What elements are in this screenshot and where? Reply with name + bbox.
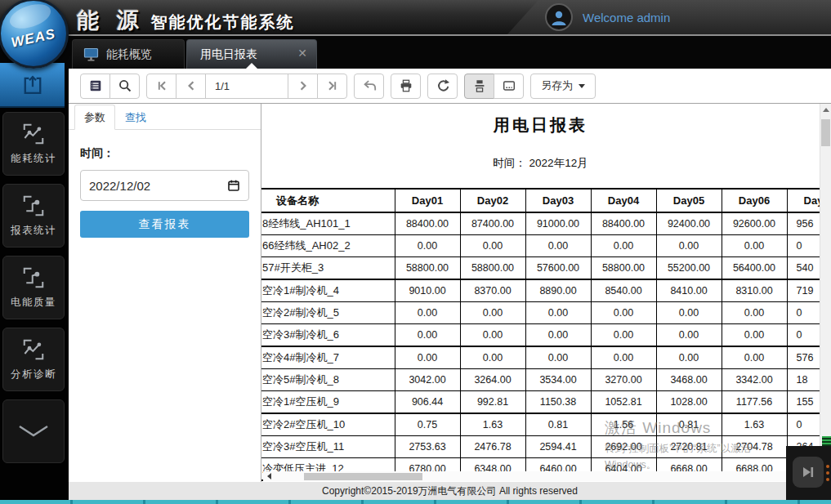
value-cell: 3342.00 bbox=[722, 369, 787, 391]
print-button[interactable] bbox=[391, 74, 421, 99]
value-cell: 540 bbox=[787, 257, 820, 280]
tab-parameters[interactable]: 参数 bbox=[74, 105, 115, 130]
calendar-icon[interactable] bbox=[227, 179, 240, 192]
value-cell: 0.81 bbox=[656, 413, 722, 436]
value-cell: 1.56 bbox=[591, 413, 656, 436]
value-cell: 8540.00 bbox=[591, 279, 656, 302]
value-cell: 3270.00 bbox=[591, 369, 656, 391]
sidebar-item-report-stats[interactable]: 报表统计 bbox=[2, 184, 65, 248]
device-name-cell: 66经纬线_AH02_2 bbox=[261, 235, 395, 257]
value-cell: 906.44 bbox=[395, 391, 460, 414]
search-icon bbox=[118, 78, 132, 93]
value-cell: 0.00 bbox=[656, 235, 722, 257]
chevron-right-icon bbox=[297, 79, 310, 92]
value-cell: 8410.00 bbox=[656, 279, 722, 302]
value-cell: 0.00 bbox=[656, 302, 722, 324]
value-cell: 2720.81 bbox=[656, 436, 722, 458]
value-cell: 0.00 bbox=[460, 324, 525, 347]
widget-grill-indicator bbox=[822, 436, 831, 446]
sidebar-item-energy-stats[interactable]: 能耗统计 bbox=[2, 112, 65, 176]
close-icon[interactable]: ✕ bbox=[297, 47, 307, 59]
table-row: 空冷3#空压机_112753.632476.782594.412692.0027… bbox=[261, 436, 820, 458]
sidebar-item-power-quality[interactable]: 电能质量 bbox=[2, 256, 65, 319]
value-cell: 2692.00 bbox=[591, 436, 656, 458]
toc-list-icon bbox=[88, 78, 103, 93]
play-skip-icon bbox=[800, 464, 816, 480]
export-upload-icon bbox=[20, 73, 45, 97]
trend-chart-icon bbox=[20, 337, 47, 362]
device-name-cell: 空冷2#空压机_10 bbox=[261, 413, 395, 436]
column-header: Day05 bbox=[656, 189, 722, 212]
sidebar-item-active-home[interactable] bbox=[0, 63, 65, 108]
device-name-cell: 空冷2#制冷机_5 bbox=[261, 302, 395, 324]
value-cell: 0.00 bbox=[460, 235, 525, 257]
welcome-text: Welcome admin bbox=[583, 11, 670, 25]
vertical-scrollbar[interactable] bbox=[820, 104, 831, 482]
report-table: 设备名称Day01Day02Day03Day04Day05Day06Day07 … bbox=[261, 188, 820, 481]
value-cell: 0.00 bbox=[591, 302, 656, 324]
person-icon bbox=[549, 7, 569, 27]
value-cell: 88400.00 bbox=[395, 212, 460, 235]
report-viewer: 用电日报表 时间： 2022年12月 设备名称Day01Day02Day03Da… bbox=[261, 104, 820, 482]
value-cell: 155 bbox=[787, 391, 820, 414]
tab-bar: 能耗概览 用电日报表 ✕ bbox=[0, 36, 831, 69]
sidebar-expand-button[interactable] bbox=[2, 399, 65, 463]
value-cell: 0.00 bbox=[722, 324, 787, 347]
date-picker-input[interactable]: 2022/12/02 bbox=[80, 170, 249, 201]
page-setup-button[interactable] bbox=[494, 74, 524, 99]
tab-energy-overview[interactable]: 能耗概览 bbox=[72, 39, 185, 69]
print-layout-button[interactable] bbox=[464, 74, 494, 99]
toggle-parameters-button[interactable] bbox=[80, 74, 110, 99]
copyright-footer: Copyright©2015-2019万洲电气有限公司 All rights r… bbox=[69, 482, 831, 500]
tab-find[interactable]: 查找 bbox=[115, 105, 156, 129]
back-button[interactable] bbox=[354, 74, 384, 99]
scroll-left-arrow-icon[interactable] bbox=[267, 473, 271, 479]
sidebar-item-analysis-diagnosis[interactable]: 分析诊断 bbox=[2, 328, 65, 391]
value-cell: 3534.00 bbox=[525, 369, 591, 391]
value-cell: 0.00 bbox=[395, 324, 460, 347]
column-header: Day06 bbox=[722, 189, 787, 212]
value-cell: 2594.41 bbox=[525, 436, 591, 458]
value-cell: 0.00 bbox=[460, 346, 525, 369]
value-cell: 576 bbox=[787, 346, 820, 369]
table-row: 空冷1#制冷机_49010.008370.008890.008540.00841… bbox=[261, 279, 820, 302]
device-name-cell: 空冷5#制冷机_8 bbox=[261, 369, 395, 391]
next-page-button[interactable] bbox=[288, 74, 318, 99]
value-cell: 18 bbox=[787, 369, 820, 391]
value-cell: 9010.00 bbox=[395, 279, 460, 302]
dot bbox=[826, 478, 829, 481]
chevron-down-icon bbox=[16, 423, 51, 439]
column-header: Day04 bbox=[591, 189, 656, 212]
view-report-button[interactable]: 查看报表 bbox=[80, 211, 249, 238]
monitor-icon bbox=[83, 47, 99, 62]
previous-page-button[interactable] bbox=[176, 74, 206, 99]
search-button[interactable] bbox=[109, 74, 140, 99]
refresh-button[interactable] bbox=[427, 74, 458, 99]
value-cell: 0 bbox=[787, 235, 820, 257]
caret-down-icon bbox=[579, 84, 585, 88]
value-cell: 0.81 bbox=[525, 413, 591, 436]
widget-handle-dots[interactable] bbox=[826, 465, 829, 481]
save-as-button[interactable]: 另存为 bbox=[530, 74, 596, 99]
first-page-button[interactable] bbox=[146, 74, 176, 99]
device-name-cell: 空冷1#制冷机_4 bbox=[261, 279, 395, 302]
value-cell: 0 bbox=[787, 413, 820, 436]
value-cell: 2704.78 bbox=[722, 436, 787, 458]
page-number-input[interactable]: 1/1 bbox=[205, 74, 288, 99]
horizontal-scrollbar[interactable] bbox=[263, 471, 817, 481]
value-cell: 0 bbox=[787, 324, 820, 347]
save-as-label: 另存为 bbox=[541, 78, 573, 93]
active-tab-notch bbox=[246, 63, 257, 69]
value-cell: 0.75 bbox=[395, 413, 460, 436]
widget-play-button[interactable] bbox=[793, 457, 824, 488]
refresh-icon bbox=[436, 78, 450, 93]
report-title: 用电日报表 bbox=[261, 114, 820, 136]
node-link-icon bbox=[20, 265, 47, 290]
table-header-row: 设备名称Day01Day02Day03Day04Day05Day06Day07 bbox=[261, 189, 820, 212]
value-cell: 0.00 bbox=[525, 324, 591, 347]
horizontal-scroll-thumb[interactable] bbox=[304, 473, 422, 480]
last-page-button[interactable] bbox=[317, 74, 347, 99]
scroll-up-button[interactable] bbox=[820, 104, 831, 116]
vertical-scroll-thumb[interactable] bbox=[821, 119, 830, 146]
user-avatar[interactable] bbox=[545, 3, 573, 31]
